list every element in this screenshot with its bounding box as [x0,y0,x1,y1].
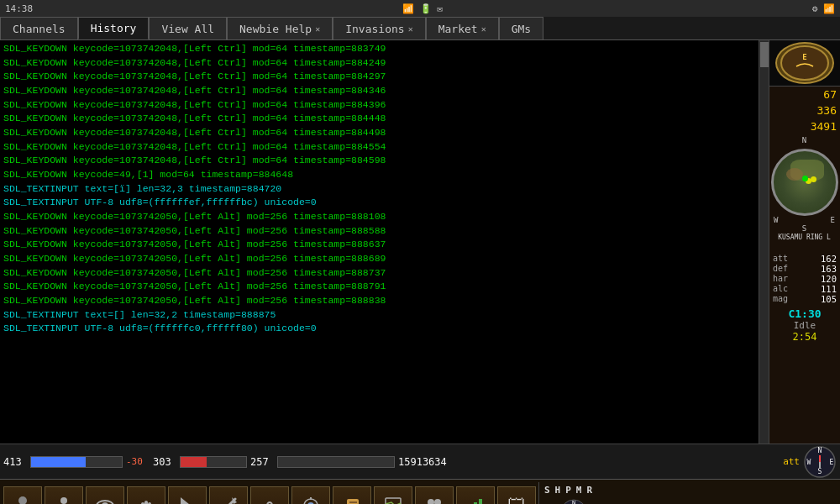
compass-west: W [774,216,778,224]
svg-point-35 [428,499,434,505]
close-icon[interactable]: ✕ [315,24,320,34]
tab-invasions[interactable]: Invasions ✕ [333,17,425,39]
tab-newbiehelp[interactable]: Newbie Help ✕ [227,17,333,39]
svg-text:S: S [818,468,822,475]
stat-har: har 120 [773,274,837,284]
label-r[interactable]: R [585,484,594,496]
hp-bar [30,456,123,468]
svg-text:E: E [830,459,834,466]
logo-area: E [769,40,840,87]
label-p[interactable]: P [564,484,573,496]
stat-def: def 163 [773,264,837,274]
hp-value: 413 [3,456,27,468]
right-panel: E 67 336 3491 N W E [769,40,840,444]
log-line: SDL_KEYDOWN keycode=1073742048,[Left Ctr… [3,112,755,126]
compass-north: N [769,136,839,144]
compass-east: E [831,216,835,224]
right-action-area: S H P M R G N S W E [538,482,597,504]
action-btn-map[interactable] [374,486,412,505]
log-line: SDL_KEYDOWN keycode=1073742048,[Left Ctr… [3,84,755,98]
close-icon[interactable]: ✕ [481,24,486,34]
action-btn-chart[interactable] [456,486,495,505]
action-btn-cursor[interactable] [168,486,207,505]
action-btn-hand[interactable] [127,486,165,505]
log-line: SDL_KEYDOWN keycode=1073742050,[Left Alt… [3,224,755,239]
log-line: SDL_KEYDOWN keycode=1073742050,[Left Alt… [3,252,755,266]
log-line: SDL_KEYDOWN keycode=49,[1] mod=64 timest… [3,168,755,182]
svg-text:N: N [818,447,822,454]
svg-marker-21 [181,497,194,505]
game-logo: E [775,42,834,84]
mana-value: 303 [153,456,176,468]
log-line: SDL_KEYDOWN keycode=1073742050,[Left Alt… [3,294,755,308]
svg-point-9 [18,496,27,505]
log-line: SDL_KEYDOWN keycode=1073742050,[Left Alt… [3,280,755,294]
label-m[interactable]: M [575,484,584,496]
tab-history[interactable]: History [78,17,150,39]
action-btn-party[interactable] [415,486,454,505]
mana-bar [180,456,247,468]
chat-log[interactable]: SDL_KEYDOWN keycode=1073742048,[Left Ctr… [0,40,759,444]
svg-text:E: E [802,53,806,61]
action-btn-shield[interactable]: 🛡 [497,486,536,505]
stat-alc: alc 111 [773,284,837,294]
svg-point-36 [434,499,441,505]
map-dot-green [802,176,808,181]
minimap-area: N W E S KUSAMU RING L [769,134,839,252]
map-dot-yellow2 [811,176,816,182]
timer-254: 2:54 [773,331,837,343]
svg-point-0 [781,46,828,80]
svg-point-11 [60,497,67,504]
status-idle: Idle [773,320,837,331]
close-icon[interactable]: ✕ [408,24,413,34]
counter-3491: 3491 [769,118,840,134]
status-time: 14:38 [5,3,33,14]
stat-att: att 162 [773,254,837,264]
log-line: SDL_KEYDOWN keycode=1073742048,[Left Ctr… [3,154,755,168]
mana-bar-fill [181,457,207,467]
tab-viewall[interactable]: View All [149,17,227,39]
log-line: SDL_TEXTINPUT text=[ï] len=32,3 timestam… [3,182,755,197]
bottom-bar: 413 -30 303 257 15913634 att N S W E [0,444,840,479]
bottom-compass: N S W E [803,445,837,479]
att-label: att [783,456,800,467]
status-right: ⚙ 📶 [812,3,835,14]
action-btn-character[interactable] [45,486,83,505]
log-line: SDL_KEYDOWN keycode=1073742048,[Left Ctr… [3,42,755,56]
counter-336: 336 [769,102,840,118]
hp-modifier: -30 [126,456,150,467]
svg-rect-41 [479,499,482,505]
scrollbar-thumb[interactable] [760,42,769,67]
combat-stats: att 162 def 163 har 120 alc 111 mag 105 [769,252,840,306]
action-btn-person[interactable] [3,486,42,505]
action-btn-pickaxe[interactable] [209,486,248,505]
action-btn-bag[interactable] [250,486,289,505]
counter-67: 67 [769,87,840,102]
action-btn-eye[interactable] [86,486,124,505]
tab-gms[interactable]: GMs [499,17,543,39]
main-area: SDL_KEYDOWN keycode=1073742048,[Left Ctr… [0,40,840,444]
action-btn-magic[interactable] [291,486,330,505]
log-line: SDL_KEYDOWN keycode=1073742048,[Left Ctr… [3,98,755,113]
compass-south: S [769,224,839,233]
status-icons: 📶 🔋 ✉ [402,3,443,14]
timers: C1:30 Idle 2:54 [769,306,840,344]
log-line: SDL_KEYDOWN keycode=1073742048,[Left Ctr… [3,140,755,155]
stat-mag: mag 105 [773,294,837,304]
action-btn-scroll[interactable] [333,486,371,505]
label-s[interactable]: S [543,484,552,496]
log-line: SDL_KEYDOWN keycode=1073742048,[Left Ctr… [3,70,755,84]
xp-value: 15913634 [398,456,461,468]
svg-text:N: N [572,500,575,504]
compass-we: W E [769,216,839,224]
log-line: SDL_KEYDOWN keycode=1073742050,[Left Alt… [3,238,755,252]
scrollbar[interactable] [759,40,769,444]
label-h[interactable]: H [554,484,563,496]
tab-market[interactable]: Market ✕ [426,17,499,39]
tab-channels[interactable]: Channels [0,17,78,39]
svg-rect-18 [144,501,148,505]
action-bar: 🛡 S H P M R G N S W E [0,479,840,504]
log-line: SDL_TEXTINPUT UTF-8 udf8=(ffffffef,fffff… [3,196,755,210]
log-line: SDL_TEXTINPUT UTF-8 udf8=(ffffffc0,fffff… [3,322,755,336]
status-bar: 14:38 📶 🔋 ✉ ⚙ 📶 [0,0,840,17]
